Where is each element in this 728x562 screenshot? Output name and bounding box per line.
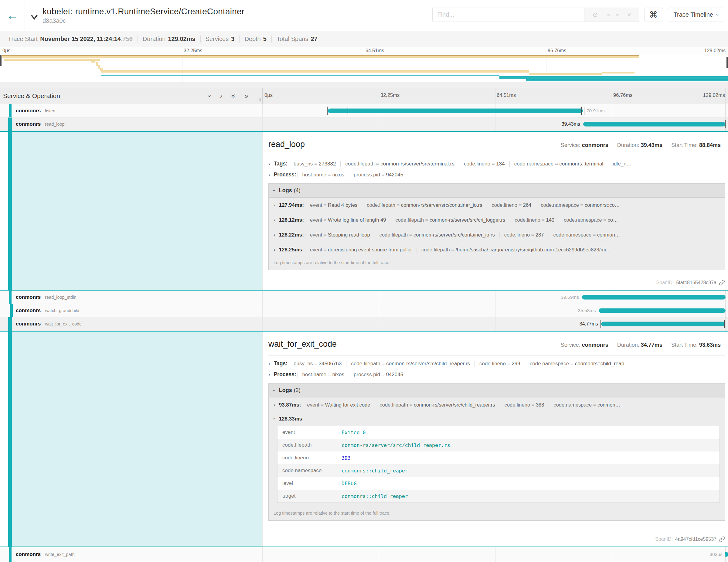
span-duration-label: 35.58ms <box>578 308 596 313</box>
log-entry[interactable]: › 128.22ms: eventStopping read loop code… <box>269 227 725 242</box>
tags-row[interactable]: › Tags: busy_ns273882 code.filepathconmo… <box>268 161 725 167</box>
log-entry[interactable]: › 127.94ms: eventRead 4 bytes code.filep… <box>269 198 725 213</box>
span-name-cell[interactable]: conmonrs write_exit_path <box>0 547 263 562</box>
tag-item: code.namespaceconmonrs::child_reap… <box>525 361 634 367</box>
logs-label: Logs <box>279 187 292 194</box>
span-id-value: 4a947cfd1ce59537 <box>675 536 716 542</box>
minimap-spacer <box>0 82 728 88</box>
span-operation: read_loop_stdin <box>45 295 76 300</box>
span-row-wait-for-exit-code[interactable]: conmonrs wait_for_exit_code 34.77ms <box>0 317 728 331</box>
collapse-one-icon[interactable]: › <box>206 95 213 97</box>
span-duration-label: 39.69ms <box>561 295 579 300</box>
detail-content: wait_for_exit_code Service: conmonrs Dur… <box>263 332 728 547</box>
span-bar[interactable] <box>601 322 725 326</box>
span-row-watch-grandchild[interactable]: conmonrs watch_grandchild 35.58ms <box>0 304 728 317</box>
detail-title: wait_for_exit_code <box>268 339 337 349</box>
locate-icon[interactable] <box>592 12 599 18</box>
span-row-write-exit-path[interactable]: conmonrs write_exit_path 303μs <box>0 547 728 562</box>
span-bar[interactable] <box>328 108 583 113</box>
chevron-down-icon: › <box>715 14 720 16</box>
chevron-down-icon: › <box>274 416 275 422</box>
tag-item: idle_n… <box>608 161 636 167</box>
clear-search-icon[interactable]: × <box>627 11 631 19</box>
link-icon[interactable] <box>719 536 725 542</box>
span-color-accent <box>10 304 13 317</box>
log-fields-table: event Exited 0 code.filepath conmon-rs/s… <box>277 426 720 503</box>
span-row-read-loop[interactable]: conmonrs read_loop 39.43ms <box>0 118 728 131</box>
collapse-all-icon[interactable]: » <box>230 94 237 98</box>
span-timeline-cell[interactable]: 70.91ms <box>263 104 728 117</box>
span-name-cell[interactable]: conmonrs listen <box>0 104 263 117</box>
span-name-cell[interactable]: conmonrs read_loop <box>0 118 263 131</box>
timeline-tick: 129.02ms <box>703 92 725 98</box>
detail-stats: Service: conmonrs Duration: 39.43ms Star… <box>556 142 725 148</box>
span-name-cell[interactable]: conmonrs watch_grandchild <box>0 304 263 317</box>
tags-row[interactable]: › Tags: busy_ns34506763 code.filepathcon… <box>268 360 725 367</box>
span-service: conmonrs <box>16 551 41 557</box>
span-bar[interactable] <box>582 295 726 299</box>
log-entry-expanded[interactable]: › 128.33ms <box>269 412 725 426</box>
process-label: Process: <box>274 172 296 178</box>
link-icon[interactable] <box>719 280 725 286</box>
process-item: host.namenixos <box>298 372 349 378</box>
trace-minimap[interactable] <box>0 55 728 82</box>
span-row-read-loop-stdin[interactable]: conmonrs read_loop_stdin 39.69ms <box>0 291 728 304</box>
chevron-right-icon: › <box>274 247 275 253</box>
chevron-down-icon <box>30 12 39 22</box>
service-operation-header: Service & Operation › › » » ‖ <box>0 88 263 104</box>
expand-one-icon[interactable]: › <box>220 93 223 100</box>
process-row[interactable]: › Process: host.namenixos process.pid942… <box>268 172 725 178</box>
log-entry[interactable]: › 128.12ms: eventWrote log line of lengt… <box>269 213 725 227</box>
span-operation: watch_grandchild <box>45 308 79 313</box>
span-bar[interactable] <box>725 552 728 557</box>
span-timeline-cell[interactable]: 35.58ms <box>263 304 728 317</box>
span-timeline-cell[interactable]: 39.69ms <box>263 291 728 304</box>
span-bar[interactable] <box>583 122 725 127</box>
span-color-accent <box>8 118 12 131</box>
span-color-accent <box>9 104 12 117</box>
logs-header[interactable]: › Logs (4) <box>269 184 725 198</box>
span-name-cell[interactable]: conmonrs wait_for_exit_code <box>0 317 263 331</box>
span-name-cell[interactable]: conmonrs read_loop_stdin <box>0 291 263 304</box>
span-timeline-cell[interactable]: 39.43ms <box>263 118 728 131</box>
logs-header[interactable]: › Logs (2) <box>269 383 725 397</box>
log-entry[interactable]: › 93.87ms: eventWaiting for exit code co… <box>269 397 725 412</box>
back-button[interactable]: ← <box>0 0 25 31</box>
page-title: kubelet: runtime.v1.RuntimeService/Creat… <box>43 7 244 16</box>
service-operation-label: Service & Operation <box>3 92 60 100</box>
detail-indent-column <box>0 132 263 290</box>
trace-depth: Depth5 <box>239 36 271 43</box>
back-arrow-icon: ← <box>7 9 18 22</box>
detail-indent-column <box>0 332 263 547</box>
timeline-header: 0μs 32.25ms 64.51ms 96.76ms 129.02ms <box>263 88 728 104</box>
search-input[interactable] <box>432 8 584 22</box>
minimap-tick: 64.51ms <box>366 48 384 53</box>
log-entry[interactable]: › 128.25ms: eventderegistering event sou… <box>269 242 725 257</box>
chevron-right-icon: › <box>274 402 275 408</box>
find-prev-icon[interactable]: › <box>604 14 611 16</box>
detail-title: read_loop <box>268 140 305 149</box>
span-timeline-cell[interactable]: 34.77ms <box>263 317 728 331</box>
span-duration-label: 34.77ms <box>580 321 598 327</box>
log-marker <box>584 107 584 115</box>
log-marker <box>600 320 601 328</box>
span-timeline-cell[interactable]: 303μs <box>263 547 728 562</box>
span-operation: wait_for_exit_code <box>45 322 82 326</box>
tag-item: code.filepathconmon-rs/server/src/child_… <box>346 361 475 367</box>
process-row[interactable]: › Process: host.namenixos process.pid942… <box>268 371 725 378</box>
column-resize-handle[interactable]: ‖ <box>259 97 261 103</box>
view-selector[interactable]: Trace Timeline › <box>668 8 724 22</box>
span-row-listen[interactable]: conmonrs listen 70.91ms <box>0 104 728 118</box>
span-duration-label: 39.43ms <box>562 121 580 127</box>
process-item: process.pid942045 <box>349 172 408 178</box>
find-next-icon[interactable]: › <box>614 14 622 16</box>
minimap-tick: 96.76ms <box>548 48 566 53</box>
keyboard-shortcuts-button[interactable]: ⌘ <box>644 8 663 22</box>
span-bar[interactable] <box>599 308 726 313</box>
span-duration-label: 303μs <box>709 552 723 557</box>
table-row: code.filepath conmon-rs/server/src/child… <box>277 439 719 451</box>
header-toolbar: › › × ⌘ Trace Timeline › <box>432 8 724 22</box>
trace-title-expander[interactable] <box>30 12 39 23</box>
expand-all-icon[interactable]: » <box>244 93 248 100</box>
log-marker <box>327 107 328 115</box>
